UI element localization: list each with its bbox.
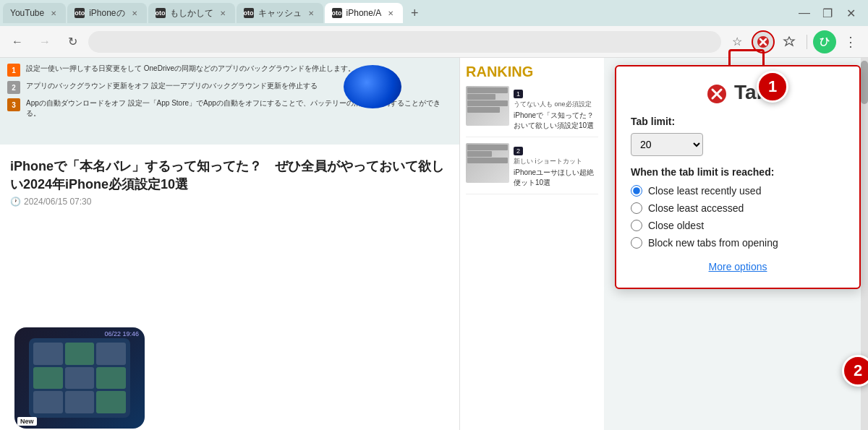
radio-close-oldest[interactable] — [631, 220, 642, 231]
mid-item-img-2 — [466, 143, 509, 183]
cell-9 — [96, 391, 126, 413]
mid-item-img-inner-1 — [466, 86, 509, 126]
img-line-3 — [467, 100, 508, 106]
window-controls: — ❐ ✕ — [794, 3, 865, 23]
tab-youtube-close[interactable]: ✕ — [48, 8, 59, 18]
img-line-5 — [467, 145, 508, 150]
img-line-6 — [467, 151, 492, 157]
more-options-link[interactable]: More options — [709, 261, 767, 272]
radio-item-block-new-tabs[interactable]: Block new tabs from opening — [631, 237, 845, 249]
tab-iphone1[interactable]: oto iPhoneの ✕ — [67, 3, 146, 23]
tab-cache[interactable]: oto キャッシュ ✕ — [237, 3, 323, 23]
rank-text-1: 設定一使い一押しする日変更をして OneDriveの同期などのアプリのバックグラ… — [26, 64, 355, 74]
refresh-button[interactable]: ↻ — [61, 30, 84, 53]
cell-1 — [33, 343, 63, 365]
iphone1-tab-label: iPhoneの — [89, 7, 124, 20]
new-badge: New — [17, 417, 37, 426]
blue-circle-decoration — [344, 65, 401, 108]
back-button[interactable]: ← — [6, 30, 29, 53]
radio-item-close-recently-used[interactable]: Close least recently used — [631, 185, 845, 197]
oto-icon-2: oto — [156, 8, 166, 18]
add-tab-button[interactable]: + — [404, 3, 425, 23]
oto-icon-3: oto — [244, 8, 254, 18]
oto-icon-1: oto — [75, 8, 85, 18]
popup-panel: Tab Tab limit: 5 10 15 20 25 30 50 100 W… — [615, 65, 861, 289]
img-line-2 — [467, 94, 495, 100]
star-button[interactable]: ☆ — [726, 30, 749, 53]
minimize-button[interactable]: — — [794, 3, 814, 23]
mid-item-text-1: iPhoneで「ス知ってた？おいて欲しい須設定10選 — [514, 111, 598, 131]
radio-item-close-least-accessed[interactable]: Close least accessed — [631, 202, 845, 214]
rank-text-2: アプリのバックグラウンド更新をオフ 設定一一アプリのバックグラウンド更新を停止す… — [26, 81, 318, 91]
toolbar-separator — [807, 35, 807, 49]
radio-block-new-tabs[interactable] — [631, 237, 642, 249]
radio-group: Close least recently used Close least ac… — [631, 185, 845, 249]
mid-rank-sub-1: うてない人も one必須設定 — [514, 100, 598, 109]
toolbar-right: ☆ ひ ⋮ — [726, 30, 862, 53]
tab-iphone-active-close[interactable]: ✕ — [386, 8, 396, 18]
tab-cache-close[interactable]: ✕ — [306, 8, 316, 18]
ranking-title: RANKING — [466, 64, 598, 80]
article-title: iPhoneで「本名バレ」するって知ってた？ ぜひ全員がやっておいて欲しい202… — [10, 158, 449, 194]
cell-6 — [96, 367, 126, 390]
cell-5 — [65, 367, 95, 390]
moshikashite-tab-label: もしかして — [170, 7, 213, 20]
menu-button[interactable]: ⋮ — [839, 30, 862, 53]
tab-limit-select[interactable]: 5 10 15 20 25 30 50 100 — [631, 133, 703, 156]
oto-icon-4: oto — [332, 8, 342, 18]
scrollbar-thumb[interactable] — [861, 61, 868, 104]
youtube-tab-label: YouTube — [10, 8, 44, 18]
mid-item-2: 2 新しい iショートカット iPhoneユーサほしい超絶便ット10選 — [466, 143, 598, 194]
phone-image-area: New 06/22 19:46 — [7, 322, 152, 430]
phone-image: New 06/22 19:46 — [14, 327, 145, 429]
rank-num-1: 1 — [7, 64, 20, 77]
tab-bar: YouTube ✕ oto iPhoneの ✕ oto もしかして ✕ oto … — [0, 0, 868, 26]
rank-num-3: 3 — [7, 98, 20, 111]
article-date: 🕐 2024/06/15 07:30 — [10, 197, 449, 207]
tab-moshikashite-close[interactable]: ✕ — [218, 8, 228, 18]
scrollbar[interactable] — [861, 58, 868, 430]
extensions-icon — [783, 35, 796, 48]
forward-button[interactable]: → — [33, 30, 56, 53]
tab-iphone1-close[interactable]: ✕ — [129, 8, 140, 18]
img-line-4 — [467, 107, 500, 113]
rank-num-2: 2 — [7, 81, 20, 94]
img-line-7 — [467, 158, 508, 163]
toolbar: ← → ↻ ☆ ひ ⋮ — [0, 26, 868, 58]
more-options: More options — [631, 260, 845, 273]
mid-item-img-1 — [466, 86, 509, 126]
close-button[interactable]: ✕ — [841, 3, 861, 23]
extensions-button[interactable] — [778, 30, 801, 53]
mid-item-text-2: iPhoneユーサほしい超絶便ット10選 — [514, 168, 598, 188]
xtab-logo-icon — [707, 84, 727, 104]
maximize-button[interactable]: ❐ — [817, 3, 838, 23]
popup-logo-text: Tab — [707, 81, 768, 103]
tab-limit-label: Tab limit: — [631, 116, 845, 127]
mid-item-img-inner-2 — [466, 143, 509, 183]
xtab-logo-x — [707, 81, 734, 103]
avatar-button[interactable]: ひ — [813, 30, 836, 53]
mid-item-content-2: 2 新しい iショートカット iPhoneユーサほしい超絶便ット10選 — [514, 143, 598, 188]
phone-time: 06/22 19:46 — [104, 330, 139, 337]
popup-logo: Tab — [631, 81, 845, 104]
tab-iphone-active[interactable]: oto iPhone/A ✕ — [325, 3, 404, 23]
cell-2 — [65, 343, 95, 365]
address-bar[interactable] — [88, 31, 721, 53]
mid-content: RANKING 1 うてない人も one必須設定 iPhoneで「ス知ってた？お… — [459, 58, 604, 430]
cell-3 — [96, 343, 126, 365]
xtab-icon — [757, 35, 770, 48]
iphone-active-tab-label: iPhone/A — [346, 8, 382, 18]
tab-moshikashite[interactable]: oto もしかして ✕ — [148, 3, 235, 23]
phone-screen — [29, 338, 130, 418]
mid-rank-badge-1: 1 — [514, 90, 523, 98]
cell-8 — [65, 391, 95, 413]
cell-4 — [33, 367, 63, 390]
cell-7 — [33, 391, 63, 413]
radio-item-close-oldest[interactable]: Close oldest — [631, 220, 845, 231]
tab-youtube[interactable]: YouTube ✕ — [3, 3, 66, 23]
cache-tab-label: キャッシュ — [258, 7, 302, 20]
radio-close-recently-used[interactable] — [631, 185, 642, 197]
xtab-extension-button[interactable] — [752, 30, 775, 53]
mid-rank-sub-2: 新しい iショートカット — [514, 157, 598, 166]
radio-close-least-accessed[interactable] — [631, 202, 642, 214]
